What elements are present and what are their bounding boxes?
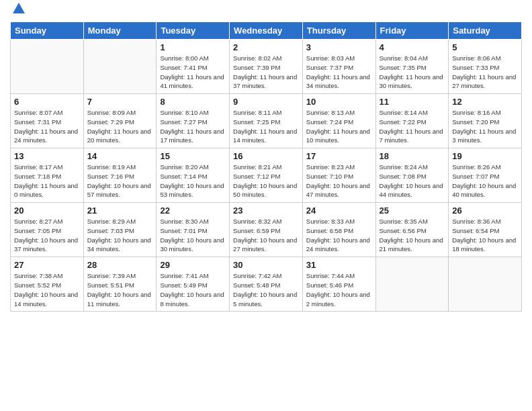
day-number: 29: [160, 260, 226, 270]
day-number: 30: [233, 260, 299, 270]
day-number: 27: [14, 260, 80, 270]
calendar-cell: 31Sunrise: 7:44 AMSunset: 5:46 PMDayligh…: [302, 257, 375, 312]
weekday-header-saturday: Saturday: [449, 22, 522, 40]
week-row-5: 27Sunrise: 7:38 AMSunset: 5:52 PMDayligh…: [11, 257, 522, 312]
day-number: 28: [87, 260, 153, 270]
day-number: 25: [380, 205, 445, 216]
day-number: 15: [160, 151, 226, 161]
calendar-cell: 17Sunrise: 8:23 AMSunset: 7:10 PMDayligh…: [302, 148, 375, 203]
calendar-cell: 21Sunrise: 8:29 AMSunset: 7:03 PMDayligh…: [83, 203, 157, 257]
day-number: 1: [160, 42, 226, 52]
day-number: 16: [233, 151, 299, 161]
day-info: Sunrise: 8:20 AMSunset: 7:14 PMDaylight:…: [160, 163, 226, 199]
calendar-cell: [11, 40, 84, 94]
calendar-cell: 30Sunrise: 7:42 AMSunset: 5:48 PMDayligh…: [230, 257, 303, 312]
calendar-cell: [83, 40, 157, 94]
day-number: 7: [87, 97, 153, 107]
calendar-cell: 16Sunrise: 8:21 AMSunset: 7:12 PMDayligh…: [230, 148, 303, 203]
week-row-3: 13Sunrise: 8:17 AMSunset: 7:18 PMDayligh…: [11, 148, 522, 203]
day-number: 3: [306, 42, 372, 52]
day-number: 6: [14, 97, 80, 107]
calendar-cell: 4Sunrise: 8:04 AMSunset: 7:35 PMDaylight…: [375, 40, 449, 94]
day-info: Sunrise: 8:33 AMSunset: 6:58 PMDaylight:…: [306, 217, 372, 254]
calendar-cell: 18Sunrise: 8:24 AMSunset: 7:08 PMDayligh…: [375, 148, 449, 203]
calendar-cell: [449, 257, 522, 312]
calendar-cell: 14Sunrise: 8:19 AMSunset: 7:16 PMDayligh…: [83, 148, 157, 203]
day-number: 4: [380, 42, 445, 52]
day-info: Sunrise: 7:42 AMSunset: 5:48 PMDaylight:…: [233, 271, 299, 308]
day-info: Sunrise: 8:07 AMSunset: 7:31 PMDaylight:…: [14, 108, 80, 145]
calendar-cell: 9Sunrise: 8:11 AMSunset: 7:25 PMDaylight…: [230, 94, 303, 148]
calendar-cell: 1Sunrise: 8:00 AMSunset: 7:41 PMDaylight…: [157, 40, 230, 94]
calendar-cell: 26Sunrise: 8:36 AMSunset: 6:54 PMDayligh…: [449, 203, 522, 257]
day-info: Sunrise: 8:35 AMSunset: 6:56 PMDaylight:…: [380, 217, 445, 254]
weekday-header-friday: Friday: [375, 22, 449, 40]
calendar-cell: 29Sunrise: 7:41 AMSunset: 5:49 PMDayligh…: [157, 257, 230, 312]
day-number: 5: [452, 42, 518, 52]
day-number: 31: [306, 260, 372, 270]
day-info: Sunrise: 8:29 AMSunset: 7:03 PMDaylight:…: [87, 217, 153, 254]
day-info: Sunrise: 7:44 AMSunset: 5:46 PMDaylight:…: [306, 271, 372, 308]
calendar-cell: 19Sunrise: 8:26 AMSunset: 7:07 PMDayligh…: [449, 148, 522, 203]
day-number: 22: [160, 205, 226, 216]
page: SundayMondayTuesdayWednesdayThursdayFrid…: [0, 0, 532, 411]
calendar-cell: 25Sunrise: 8:35 AMSunset: 6:56 PMDayligh…: [375, 203, 449, 257]
day-info: Sunrise: 8:14 AMSunset: 7:22 PMDaylight:…: [380, 108, 445, 145]
calendar-cell: 10Sunrise: 8:13 AMSunset: 7:24 PMDayligh…: [302, 94, 375, 148]
logo: [10, 7, 26, 16]
weekday-header-sunday: Sunday: [11, 22, 84, 40]
day-info: Sunrise: 8:00 AMSunset: 7:41 PMDaylight:…: [160, 54, 226, 91]
day-info: Sunrise: 8:03 AMSunset: 7:37 PMDaylight:…: [306, 54, 372, 91]
day-info: Sunrise: 8:32 AMSunset: 6:59 PMDaylight:…: [233, 217, 299, 254]
weekday-header-row: SundayMondayTuesdayWednesdayThursdayFrid…: [11, 22, 522, 40]
week-row-1: 1Sunrise: 8:00 AMSunset: 7:41 PMDaylight…: [11, 40, 522, 94]
day-info: Sunrise: 8:30 AMSunset: 7:01 PMDaylight:…: [160, 217, 226, 254]
day-number: 10: [306, 97, 372, 107]
day-info: Sunrise: 8:26 AMSunset: 7:07 PMDaylight:…: [452, 163, 518, 199]
calendar-cell: 22Sunrise: 8:30 AMSunset: 7:01 PMDayligh…: [157, 203, 230, 257]
calendar-cell: 15Sunrise: 8:20 AMSunset: 7:14 PMDayligh…: [157, 148, 230, 203]
svg-marker-0: [13, 3, 25, 13]
calendar-cell: 11Sunrise: 8:14 AMSunset: 7:22 PMDayligh…: [375, 94, 449, 148]
day-info: Sunrise: 8:24 AMSunset: 7:08 PMDaylight:…: [380, 163, 445, 199]
day-number: 19: [452, 151, 518, 161]
day-info: Sunrise: 8:09 AMSunset: 7:29 PMDaylight:…: [87, 108, 153, 145]
day-info: Sunrise: 8:13 AMSunset: 7:24 PMDaylight:…: [306, 108, 372, 145]
calendar-cell: 6Sunrise: 8:07 AMSunset: 7:31 PMDaylight…: [11, 94, 84, 148]
day-number: 8: [160, 97, 226, 107]
calendar-cell: 7Sunrise: 8:09 AMSunset: 7:29 PMDaylight…: [83, 94, 157, 148]
day-info: Sunrise: 8:16 AMSunset: 7:20 PMDaylight:…: [452, 108, 518, 145]
week-row-2: 6Sunrise: 8:07 AMSunset: 7:31 PMDaylight…: [11, 94, 522, 148]
day-number: 17: [306, 151, 372, 161]
weekday-header-tuesday: Tuesday: [157, 22, 230, 40]
day-info: Sunrise: 8:04 AMSunset: 7:35 PMDaylight:…: [380, 54, 445, 91]
day-number: 21: [87, 205, 153, 216]
calendar-cell: [375, 257, 449, 312]
day-info: Sunrise: 8:17 AMSunset: 7:18 PMDaylight:…: [14, 163, 80, 199]
calendar-cell: 12Sunrise: 8:16 AMSunset: 7:20 PMDayligh…: [449, 94, 522, 148]
day-number: 12: [452, 97, 518, 107]
day-info: Sunrise: 8:19 AMSunset: 7:16 PMDaylight:…: [87, 163, 153, 199]
day-number: 14: [87, 151, 153, 161]
day-number: 26: [452, 205, 518, 216]
day-info: Sunrise: 8:23 AMSunset: 7:10 PMDaylight:…: [306, 163, 372, 199]
day-info: Sunrise: 8:27 AMSunset: 7:05 PMDaylight:…: [14, 217, 80, 254]
day-number: 9: [233, 97, 299, 107]
day-info: Sunrise: 8:06 AMSunset: 7:33 PMDaylight:…: [452, 54, 518, 91]
header: [10, 7, 522, 16]
calendar-cell: 8Sunrise: 8:10 AMSunset: 7:27 PMDaylight…: [157, 94, 230, 148]
calendar-cell: 24Sunrise: 8:33 AMSunset: 6:58 PMDayligh…: [302, 203, 375, 257]
day-info: Sunrise: 7:41 AMSunset: 5:49 PMDaylight:…: [160, 271, 226, 308]
day-info: Sunrise: 8:10 AMSunset: 7:27 PMDaylight:…: [160, 108, 226, 145]
weekday-header-wednesday: Wednesday: [230, 22, 303, 40]
calendar-cell: 23Sunrise: 8:32 AMSunset: 6:59 PMDayligh…: [230, 203, 303, 257]
calendar-cell: 27Sunrise: 7:38 AMSunset: 5:52 PMDayligh…: [11, 257, 84, 312]
day-info: Sunrise: 7:39 AMSunset: 5:51 PMDaylight:…: [87, 271, 153, 308]
day-info: Sunrise: 7:38 AMSunset: 5:52 PMDaylight:…: [14, 271, 80, 308]
day-info: Sunrise: 8:11 AMSunset: 7:25 PMDaylight:…: [233, 108, 299, 145]
day-number: 13: [14, 151, 80, 161]
calendar-cell: 13Sunrise: 8:17 AMSunset: 7:18 PMDayligh…: [11, 148, 84, 203]
day-number: 24: [306, 205, 372, 216]
calendar-cell: 2Sunrise: 8:02 AMSunset: 7:39 PMDaylight…: [230, 40, 303, 94]
calendar-cell: 3Sunrise: 8:03 AMSunset: 7:37 PMDaylight…: [302, 40, 375, 94]
